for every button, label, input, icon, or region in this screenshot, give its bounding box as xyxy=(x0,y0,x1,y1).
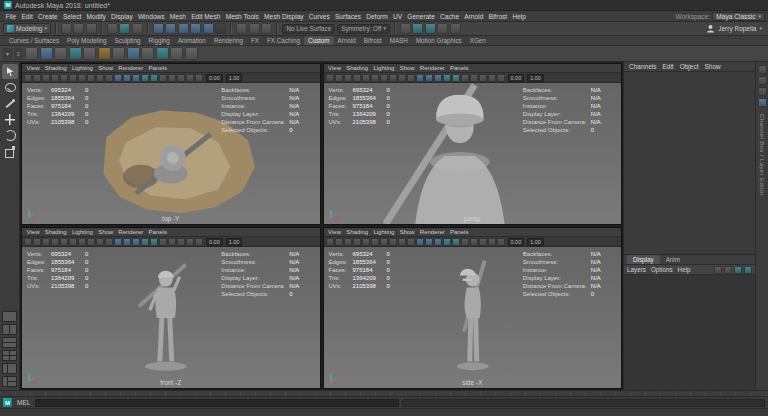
gamma-field[interactable]: 1.00 xyxy=(226,74,243,82)
textured-icon[interactable] xyxy=(132,238,140,246)
two-pane-side-layout-icon[interactable] xyxy=(2,324,17,335)
lock-camera-icon[interactable] xyxy=(33,74,41,82)
create-empty-layer-icon[interactable] xyxy=(734,266,742,274)
panel-menu-item[interactable]: View xyxy=(326,65,344,71)
field-chart-icon[interactable] xyxy=(96,238,104,246)
shelf-tab[interactable]: Sculpting xyxy=(111,36,145,45)
layer-editor-tab[interactable]: Anim xyxy=(660,255,686,264)
oversampling-icon[interactable] xyxy=(380,74,388,82)
textured-icon[interactable] xyxy=(434,238,442,246)
oversampling-icon[interactable] xyxy=(78,238,86,246)
panel-menu-item[interactable]: Renderer xyxy=(417,229,447,235)
modeling-toolkit-icon[interactable] xyxy=(758,98,767,107)
panel-menu-item[interactable]: View xyxy=(24,65,42,71)
select-camera-icon[interactable] xyxy=(326,238,334,246)
layer-editor-menu-item[interactable]: Options xyxy=(651,266,673,273)
viewport-front[interactable]: ViewShadingLightingShowRendererPanels 0.… xyxy=(21,227,321,389)
move-layer-down-icon[interactable] xyxy=(724,266,732,274)
wireframe-icon[interactable] xyxy=(114,74,122,82)
menu-item[interactable]: Edit Mesh xyxy=(189,13,224,20)
use-all-lights-icon[interactable] xyxy=(443,238,451,246)
menu-item[interactable]: Edit xyxy=(19,13,36,20)
viewport-canvas-front[interactable]: Verts:6953240Edges:18553640Faces:9751840… xyxy=(22,247,320,388)
single-pane-layout-icon[interactable] xyxy=(2,311,17,322)
move-tool-icon[interactable] xyxy=(2,112,18,127)
make-live-icon[interactable] xyxy=(215,23,226,34)
isolate-select-icon[interactable] xyxy=(497,74,505,82)
create-layer-from-selected-icon[interactable] xyxy=(744,266,752,274)
gate-mask-icon[interactable] xyxy=(87,74,95,82)
shelf-item-1-icon[interactable] xyxy=(25,47,38,60)
shaded-icon[interactable] xyxy=(425,74,433,82)
two-pane-stacked-layout-icon[interactable] xyxy=(2,337,17,348)
select-by-component-type-icon[interactable] xyxy=(132,23,143,34)
menu-item[interactable]: Surfaces xyxy=(332,13,363,20)
viewport-side[interactable]: ViewShadingLightingShowRendererPanels 0.… xyxy=(323,227,623,389)
viewport-canvas-persp[interactable]: Verts:6953240Edges:18553640Faces:9751840… xyxy=(324,83,622,224)
select-camera-icon[interactable] xyxy=(24,74,32,82)
lock-camera-icon[interactable] xyxy=(335,74,343,82)
multisample-icon[interactable] xyxy=(479,74,487,82)
camera-attributes-icon[interactable] xyxy=(344,238,352,246)
multisample-icon[interactable] xyxy=(177,74,185,82)
shelf-tab[interactable]: Curves / Surfaces xyxy=(5,36,63,45)
select-tool-icon[interactable] xyxy=(2,64,18,79)
select-camera-icon[interactable] xyxy=(24,238,32,246)
shelf-item-3-icon[interactable] xyxy=(54,47,67,60)
snap-to-grid-icon[interactable] xyxy=(153,23,164,34)
shelf-tab[interactable]: Arnold xyxy=(334,36,360,45)
open-scene-icon[interactable] xyxy=(73,23,84,34)
shelf-item-9-icon[interactable] xyxy=(141,47,154,60)
motion-blur-icon[interactable] xyxy=(470,238,478,246)
menu-item[interactable]: File xyxy=(3,13,19,20)
shelf-tab[interactable]: Motion Graphics xyxy=(412,36,466,45)
panel-menu-item[interactable]: Show xyxy=(397,65,417,71)
render-current-frame-icon[interactable] xyxy=(412,23,423,34)
xray-icon[interactable] xyxy=(186,74,194,82)
field-chart-icon[interactable] xyxy=(398,238,406,246)
gamma-field[interactable]: 1.00 xyxy=(226,238,243,246)
open-render-view-icon[interactable] xyxy=(400,23,411,34)
panel-menu-item[interactable]: Panels xyxy=(447,229,471,235)
layer-editor-menu-item[interactable]: Layers xyxy=(627,266,646,273)
screen-space-ao-icon[interactable] xyxy=(461,238,469,246)
gate-mask-icon[interactable] xyxy=(389,238,397,246)
panel-menu-item[interactable]: Panels xyxy=(146,65,170,71)
channel-box-menu-item[interactable]: Channels xyxy=(629,63,656,70)
shelf-tab-menu-icon[interactable]: ▾ xyxy=(3,48,12,60)
screen-space-ao-icon[interactable] xyxy=(461,74,469,82)
2d-pan-zoom-icon[interactable] xyxy=(69,238,77,246)
construction-history-icon[interactable] xyxy=(261,23,272,34)
panel-menu-item[interactable]: Lighting xyxy=(371,229,397,235)
panel-menu-item[interactable]: View xyxy=(326,229,344,235)
panel-menu-item[interactable]: Renderer xyxy=(116,229,146,235)
bookmarks-icon[interactable] xyxy=(51,238,59,246)
save-scene-icon[interactable] xyxy=(86,23,97,34)
shelf-item-11-icon[interactable] xyxy=(170,47,183,60)
lock-camera-icon[interactable] xyxy=(335,238,343,246)
xray-icon[interactable] xyxy=(488,238,496,246)
textured-icon[interactable] xyxy=(132,74,140,82)
snap-to-view-plane-icon[interactable] xyxy=(203,23,214,34)
channel-box-menu-item[interactable]: Object xyxy=(680,63,699,70)
panel-menu-item[interactable]: Panels xyxy=(146,229,170,235)
shelf-tab[interactable]: Animation xyxy=(174,36,210,45)
panel-menu-item[interactable]: Lighting xyxy=(69,229,95,235)
panel-menu-item[interactable]: Show xyxy=(397,229,417,235)
menu-item[interactable]: Mesh xyxy=(167,13,188,20)
input-connections-icon[interactable] xyxy=(236,23,247,34)
menu-set-selector[interactable]: Modeling ▾ xyxy=(3,23,51,34)
panel-menu-item[interactable]: Lighting xyxy=(371,65,397,71)
channel-box-menu-item[interactable]: Edit xyxy=(662,63,673,70)
menu-item[interactable]: Display xyxy=(108,13,135,20)
new-scene-icon[interactable] xyxy=(61,23,72,34)
tool-settings-icon[interactable] xyxy=(758,76,767,85)
shadows-icon[interactable] xyxy=(150,74,158,82)
ipr-render-icon[interactable] xyxy=(425,23,436,34)
use-all-lights-icon[interactable] xyxy=(141,74,149,82)
image-plane-icon[interactable] xyxy=(362,238,370,246)
move-layer-up-icon[interactable] xyxy=(714,266,722,274)
shelf-options-icon[interactable]: ≡ xyxy=(14,48,23,60)
gate-mask-icon[interactable] xyxy=(87,238,95,246)
oversampling-icon[interactable] xyxy=(78,74,86,82)
